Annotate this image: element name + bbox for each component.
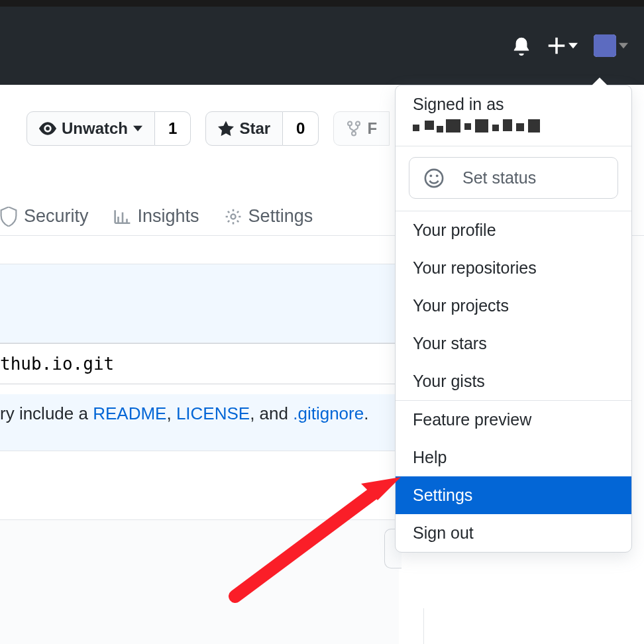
- gear-icon: [225, 208, 242, 225]
- set-status-label: Set status: [462, 168, 536, 188]
- fork-group: F: [333, 111, 390, 146]
- smiley-icon: [424, 168, 444, 188]
- watch-count[interactable]: 1: [155, 111, 191, 146]
- footer-area: [0, 519, 399, 644]
- star-label: Star: [239, 119, 270, 138]
- clone-url-input[interactable]: thub.io.git: [0, 343, 399, 384]
- tab-insights[interactable]: Insights: [114, 206, 199, 227]
- window-chrome-bar: [0, 0, 644, 7]
- unwatch-label: Unwatch: [62, 119, 128, 138]
- svg-point-11: [425, 169, 443, 186]
- tab-security-label: Security: [24, 206, 89, 227]
- svg-rect-1: [595, 36, 600, 41]
- site-header: [0, 7, 644, 85]
- menu-your-repositories[interactable]: Your repositories: [396, 249, 631, 287]
- suffix: .: [364, 403, 368, 423]
- sep1: ,: [166, 403, 176, 423]
- star-icon: [218, 121, 234, 136]
- prefix: ry include a: [0, 403, 93, 423]
- setup-banner: [0, 264, 399, 343]
- svg-rect-3: [596, 49, 600, 53]
- svg-point-6: [46, 127, 50, 131]
- svg-point-9: [352, 132, 356, 136]
- tab-insights-label: Insights: [138, 206, 199, 227]
- menu-help[interactable]: Help: [396, 439, 631, 476]
- menu-your-profile[interactable]: Your profile: [396, 211, 631, 249]
- svg-rect-2: [610, 36, 615, 41]
- user-dropdown-menu: Signed in as Set status Your profile You…: [395, 85, 632, 553]
- sidebar-divider: [423, 608, 424, 644]
- gitignore-link[interactable]: .gitignore: [293, 403, 364, 423]
- recommend-files-line: ry include a README, LICENSE, and .gitig…: [0, 394, 399, 451]
- user-avatar-menu[interactable]: [594, 34, 628, 57]
- star-group: Star 0: [205, 111, 319, 146]
- watch-group: Unwatch 1: [27, 111, 191, 146]
- eye-icon: [39, 120, 56, 137]
- svg-point-12: [429, 174, 432, 177]
- repo-action-bar: Unwatch 1 Star 0 F: [27, 111, 390, 146]
- readme-link[interactable]: README: [93, 403, 166, 423]
- graph-icon: [114, 208, 131, 225]
- divider: [396, 146, 631, 146]
- tab-settings[interactable]: Settings: [225, 206, 313, 227]
- menu-your-gists[interactable]: Your gists: [396, 362, 631, 400]
- add-menu-button[interactable]: [547, 36, 578, 55]
- svg-point-13: [436, 174, 439, 177]
- fork-icon: [346, 121, 362, 136]
- shield-icon: [0, 207, 17, 227]
- menu-sign-out[interactable]: Sign out: [396, 514, 631, 552]
- clone-url-text: thub.io.git: [0, 354, 114, 374]
- signed-in-section: Signed in as: [396, 85, 631, 146]
- svg-point-8: [356, 122, 360, 126]
- svg-rect-0: [594, 34, 616, 57]
- svg-rect-5: [610, 49, 614, 53]
- signed-in-label: Signed in as: [413, 95, 614, 114]
- license-link[interactable]: LICENSE: [176, 403, 250, 423]
- tab-security[interactable]: Security: [0, 206, 89, 227]
- set-status-button[interactable]: Set status: [409, 157, 618, 199]
- avatar-icon: [594, 34, 616, 57]
- star-button[interactable]: Star: [205, 111, 283, 146]
- fork-button[interactable]: F: [333, 111, 390, 146]
- unwatch-button[interactable]: Unwatch: [27, 111, 155, 146]
- menu-feature-preview[interactable]: Feature preview: [396, 401, 631, 439]
- star-count[interactable]: 0: [283, 111, 319, 146]
- svg-rect-4: [603, 49, 607, 53]
- sep2: , and: [250, 403, 293, 423]
- tab-settings-label: Settings: [248, 206, 313, 227]
- notifications-bell-icon[interactable]: [511, 36, 531, 56]
- chevron-down-icon: [133, 124, 142, 133]
- svg-point-10: [231, 214, 235, 219]
- menu-settings[interactable]: Settings: [396, 476, 631, 514]
- username-redacted: [413, 119, 545, 136]
- fork-label: F: [367, 119, 377, 138]
- menu-your-projects[interactable]: Your projects: [396, 287, 631, 325]
- svg-point-7: [348, 122, 352, 126]
- menu-your-stars[interactable]: Your stars: [396, 325, 631, 362]
